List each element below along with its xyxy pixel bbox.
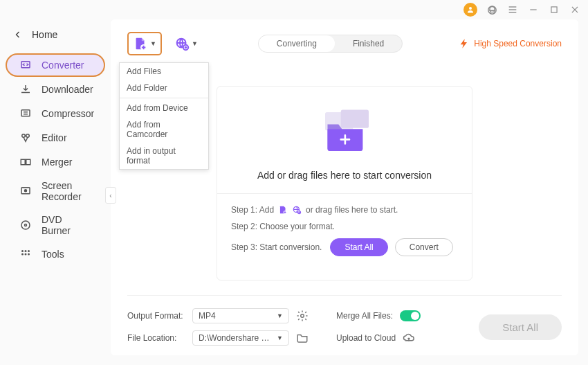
settings-icon[interactable] xyxy=(296,310,309,322)
svg-point-20 xyxy=(21,253,24,256)
drop-zone[interactable]: Add or drag files here to start conversi… xyxy=(217,107,472,193)
svg-point-17 xyxy=(21,250,24,252)
svg-point-31 xyxy=(301,314,304,318)
svg-point-18 xyxy=(25,250,27,252)
step3-text: Step 3: Start conversion. xyxy=(231,242,322,252)
drop-text: Add or drag files here to start conversi… xyxy=(217,170,472,181)
support-icon[interactable] xyxy=(486,3,498,16)
tab-converting[interactable]: Converting xyxy=(259,35,335,52)
maximize-icon[interactable] xyxy=(548,3,560,16)
sidebar-collapse-handle[interactable]: ‹ xyxy=(105,187,116,204)
chevron-down-icon: ▼ xyxy=(150,40,156,47)
add-dropdown-menu: Add Files Add Folder Add from Device Add… xyxy=(119,62,209,170)
status-tabs: Converting Finished xyxy=(258,35,403,53)
file-location-select[interactable]: D:\Wondershare UniConverter 1 ▼ xyxy=(192,330,289,346)
sidebar-item-label: Compressor xyxy=(42,108,94,119)
svg-rect-12 xyxy=(26,159,30,165)
svg-point-22 xyxy=(28,253,30,256)
chevron-down-icon: ▼ xyxy=(192,40,198,47)
high-speed-indicator: High Speed Conversion xyxy=(459,38,562,49)
compressor-icon xyxy=(19,107,32,120)
sidebar-item-label: Editor xyxy=(42,132,67,143)
start-all-main-button[interactable]: Start All xyxy=(479,314,562,340)
svg-point-16 xyxy=(25,224,27,226)
add-file-icon[interactable] xyxy=(278,205,288,215)
svg-point-19 xyxy=(28,250,30,252)
file-location-label: File Location: xyxy=(127,333,185,343)
main-panel: ▼ ▼ Converting Finished High Speed Conve… xyxy=(111,19,578,355)
add-file-button[interactable]: ▼ xyxy=(127,32,162,55)
upload-label: Upload to Cloud xyxy=(336,333,396,343)
merge-toggle[interactable] xyxy=(400,310,421,321)
minimize-icon[interactable] xyxy=(527,3,540,16)
chevron-down-icon: ▼ xyxy=(277,335,283,341)
start-all-button[interactable]: Start All xyxy=(330,238,387,256)
sidebar-item-editor[interactable]: Editor xyxy=(6,126,105,150)
svg-point-21 xyxy=(25,253,27,256)
user-avatar[interactable] xyxy=(463,3,477,17)
output-format-label: Output Format: xyxy=(127,311,185,321)
tools-icon xyxy=(19,248,32,260)
sidebar-item-compressor[interactable]: Compressor xyxy=(6,102,105,125)
dropdown-add-camcorder[interactable]: Add from Camcorder xyxy=(120,116,208,143)
close-icon[interactable] xyxy=(569,3,581,16)
sidebar-item-tools[interactable]: Tools xyxy=(6,242,105,266)
svg-rect-5 xyxy=(530,9,536,10)
divider xyxy=(120,98,208,98)
steps-panel: Step 1: Add or drag files here to start.… xyxy=(217,193,472,256)
convert-button[interactable]: Convert xyxy=(395,238,453,256)
step1-prefix: Step 1: Add xyxy=(231,205,274,215)
sidebar-item-dvd-burner[interactable]: DVD Burner xyxy=(6,208,105,242)
svg-rect-4 xyxy=(509,12,517,12)
sidebar: Home Converter Downloader Compressor Edi… xyxy=(0,19,111,365)
editor-icon xyxy=(19,132,32,144)
chevron-down-icon: ▼ xyxy=(277,312,283,319)
home-back[interactable]: Home xyxy=(0,25,111,53)
sidebar-item-screen-recorder[interactable]: Screen Recorder xyxy=(6,175,105,208)
screen-recorder-icon xyxy=(19,185,32,197)
step-3: Step 3: Start conversion. Start All Conv… xyxy=(231,238,458,256)
sidebar-item-merger[interactable]: Merger xyxy=(6,150,105,174)
add-url-button[interactable]: ▼ xyxy=(170,33,202,54)
step1-suffix: or drag files here to start. xyxy=(306,205,398,215)
sidebar-item-converter[interactable]: Converter xyxy=(6,53,105,77)
output-format-value: MP4 xyxy=(199,311,216,321)
file-location-value: D:\Wondershare UniConverter 1 xyxy=(199,333,275,343)
sidebar-item-label: Tools xyxy=(42,249,64,260)
dropdown-add-files[interactable]: Add Files xyxy=(120,63,208,80)
sidebar-item-label: Merger xyxy=(42,157,72,168)
svg-point-10 xyxy=(26,134,30,138)
svg-rect-11 xyxy=(21,159,25,165)
cloud-icon[interactable] xyxy=(403,332,415,344)
svg-point-0 xyxy=(469,7,472,10)
add-file-icon xyxy=(133,36,148,51)
dropdown-add-device[interactable]: Add from Device xyxy=(120,100,208,116)
drop-card: Add or drag files here to start conversi… xyxy=(217,86,472,281)
merge-label: Merge All Files: xyxy=(336,311,393,321)
folder-icon[interactable] xyxy=(296,332,309,344)
lightning-icon xyxy=(459,38,470,49)
high-speed-label: High Speed Conversion xyxy=(474,39,562,48)
bottom-bar: Output Format: MP4 ▼ Merge All Files: Fi… xyxy=(127,295,562,346)
sidebar-item-label: Downloader xyxy=(42,84,93,95)
svg-point-14 xyxy=(25,190,27,192)
folder-illustration-icon xyxy=(313,107,376,156)
svg-rect-8 xyxy=(21,110,30,116)
svg-rect-3 xyxy=(509,9,517,10)
svg-point-15 xyxy=(21,221,30,229)
svg-point-9 xyxy=(22,134,26,138)
sidebar-item-label: DVD Burner xyxy=(42,214,91,236)
step-2: Step 2: Choose your format. xyxy=(231,222,458,231)
step-1: Step 1: Add or drag files here to start. xyxy=(231,205,458,215)
dropdown-add-output[interactable]: Add in output format xyxy=(120,143,208,169)
sidebar-item-downloader[interactable]: Downloader xyxy=(6,78,105,101)
converter-icon xyxy=(19,59,32,71)
sidebar-item-label: Converter xyxy=(42,60,84,71)
dropdown-add-folder[interactable]: Add Folder xyxy=(120,80,208,96)
svg-rect-6 xyxy=(551,7,557,12)
tab-finished[interactable]: Finished xyxy=(335,35,402,52)
add-url-icon[interactable] xyxy=(292,205,302,215)
menu-icon[interactable] xyxy=(506,3,519,16)
merger-icon xyxy=(19,156,32,168)
output-format-select[interactable]: MP4 ▼ xyxy=(192,308,289,323)
